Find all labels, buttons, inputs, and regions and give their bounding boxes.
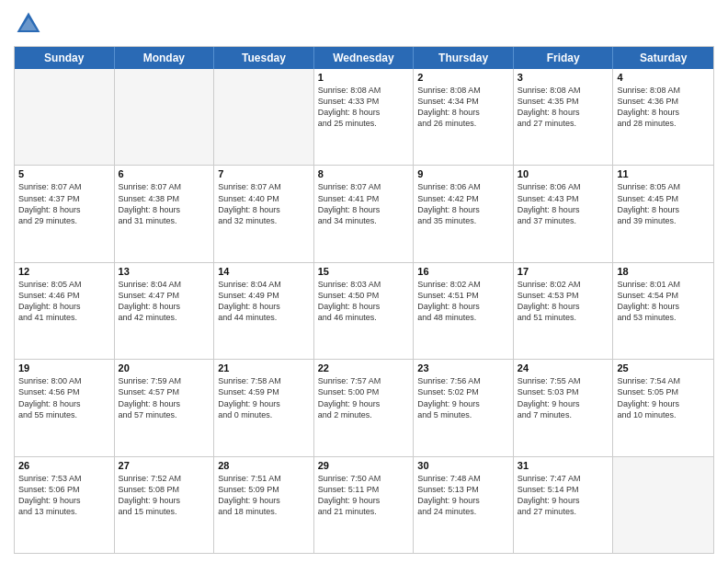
day-cell-29: 29Sunrise: 7:50 AM Sunset: 5:11 PM Dayli… (314, 457, 415, 553)
cell-info: Sunrise: 8:00 AM Sunset: 4:56 PM Dayligh… (18, 375, 110, 420)
day-number: 2 (417, 72, 509, 83)
cell-info: Sunrise: 8:05 AM Sunset: 4:46 PM Dayligh… (18, 279, 110, 324)
calendar: SundayMondayTuesdayWednesdayThursdayFrid… (14, 46, 714, 554)
cell-info: Sunrise: 8:04 AM Sunset: 4:47 PM Dayligh… (119, 279, 210, 324)
cell-info: Sunrise: 7:53 AM Sunset: 5:06 PM Dayligh… (18, 473, 110, 518)
cell-info: Sunrise: 7:47 AM Sunset: 5:14 PM Dayligh… (518, 473, 609, 518)
day-number: 24 (518, 362, 609, 373)
day-cell-15: 15Sunrise: 8:03 AM Sunset: 4:50 PM Dayli… (314, 263, 415, 359)
week-row-1: 1Sunrise: 8:08 AM Sunset: 4:33 PM Daylig… (15, 69, 713, 165)
day-number: 28 (218, 460, 310, 471)
calendar-header: SundayMondayTuesdayWednesdayThursdayFrid… (15, 47, 713, 69)
cell-info: Sunrise: 8:07 AM Sunset: 4:41 PM Dayligh… (318, 181, 410, 226)
logo (14, 9, 47, 39)
day-cell-28: 28Sunrise: 7:51 AM Sunset: 5:09 PM Dayli… (214, 457, 314, 553)
day-cell-24: 24Sunrise: 7:55 AM Sunset: 5:03 PM Dayli… (514, 360, 614, 455)
day-cell-30: 30Sunrise: 7:48 AM Sunset: 5:13 PM Dayli… (414, 457, 514, 553)
empty-cell (613, 457, 713, 553)
cell-info: Sunrise: 8:08 AM Sunset: 4:35 PM Dayligh… (518, 85, 609, 130)
header-day-wednesday: Wednesday (314, 47, 415, 69)
day-number: 27 (119, 460, 210, 471)
header (14, 9, 714, 39)
day-number: 19 (18, 362, 110, 373)
day-number: 9 (417, 168, 509, 179)
cell-info: Sunrise: 8:07 AM Sunset: 4:40 PM Dayligh… (218, 181, 310, 226)
day-cell-23: 23Sunrise: 7:56 AM Sunset: 5:02 PM Dayli… (414, 360, 514, 455)
day-cell-2: 2Sunrise: 8:08 AM Sunset: 4:34 PM Daylig… (414, 69, 514, 165)
header-day-saturday: Saturday (613, 47, 713, 69)
day-number: 15 (318, 266, 410, 277)
day-number: 16 (417, 266, 509, 277)
day-number: 1 (318, 72, 410, 83)
day-cell-10: 10Sunrise: 8:06 AM Sunset: 4:43 PM Dayli… (514, 166, 614, 261)
day-cell-12: 12Sunrise: 8:05 AM Sunset: 4:46 PM Dayli… (15, 263, 115, 359)
header-day-monday: Monday (115, 47, 215, 69)
empty-cell (15, 69, 115, 165)
cell-info: Sunrise: 8:08 AM Sunset: 4:36 PM Dayligh… (617, 85, 710, 130)
day-number: 25 (617, 362, 710, 373)
day-number: 13 (119, 266, 210, 277)
cell-info: Sunrise: 8:02 AM Sunset: 4:53 PM Dayligh… (518, 279, 609, 324)
day-number: 30 (417, 460, 509, 471)
day-number: 26 (18, 460, 110, 471)
day-cell-11: 11Sunrise: 8:05 AM Sunset: 4:45 PM Dayli… (613, 166, 713, 261)
cell-info: Sunrise: 7:57 AM Sunset: 5:00 PM Dayligh… (318, 375, 410, 420)
header-day-tuesday: Tuesday (214, 47, 314, 69)
cell-info: Sunrise: 8:08 AM Sunset: 4:34 PM Dayligh… (417, 85, 509, 130)
day-number: 11 (617, 168, 710, 179)
day-number: 23 (417, 362, 509, 373)
header-day-thursday: Thursday (414, 47, 514, 69)
day-cell-9: 9Sunrise: 8:06 AM Sunset: 4:42 PM Daylig… (414, 166, 514, 261)
week-row-3: 12Sunrise: 8:05 AM Sunset: 4:46 PM Dayli… (15, 262, 713, 359)
cell-info: Sunrise: 8:03 AM Sunset: 4:50 PM Dayligh… (318, 279, 410, 324)
day-number: 17 (518, 266, 609, 277)
day-cell-16: 16Sunrise: 8:02 AM Sunset: 4:51 PM Dayli… (414, 263, 514, 359)
day-number: 5 (18, 168, 110, 179)
day-cell-17: 17Sunrise: 8:02 AM Sunset: 4:53 PM Dayli… (514, 263, 614, 359)
header-day-friday: Friday (514, 47, 614, 69)
day-cell-22: 22Sunrise: 7:57 AM Sunset: 5:00 PM Dayli… (314, 360, 415, 455)
day-number: 8 (318, 168, 410, 179)
cell-info: Sunrise: 7:56 AM Sunset: 5:02 PM Dayligh… (417, 375, 509, 420)
day-cell-4: 4Sunrise: 8:08 AM Sunset: 4:36 PM Daylig… (613, 69, 713, 165)
day-cell-21: 21Sunrise: 7:58 AM Sunset: 4:59 PM Dayli… (214, 360, 314, 455)
day-cell-5: 5Sunrise: 8:07 AM Sunset: 4:37 PM Daylig… (15, 166, 115, 261)
week-row-4: 19Sunrise: 8:00 AM Sunset: 4:56 PM Dayli… (15, 359, 713, 455)
day-cell-25: 25Sunrise: 7:54 AM Sunset: 5:05 PM Dayli… (613, 360, 713, 455)
cell-info: Sunrise: 7:48 AM Sunset: 5:13 PM Dayligh… (417, 473, 509, 518)
day-number: 14 (218, 266, 310, 277)
day-number: 31 (518, 460, 609, 471)
day-number: 10 (518, 168, 609, 179)
day-cell-13: 13Sunrise: 8:04 AM Sunset: 4:47 PM Dayli… (115, 263, 215, 359)
day-cell-14: 14Sunrise: 8:04 AM Sunset: 4:49 PM Dayli… (214, 263, 314, 359)
calendar-body: 1Sunrise: 8:08 AM Sunset: 4:33 PM Daylig… (15, 69, 713, 553)
cell-info: Sunrise: 7:51 AM Sunset: 5:09 PM Dayligh… (218, 473, 310, 518)
day-cell-18: 18Sunrise: 8:01 AM Sunset: 4:54 PM Dayli… (613, 263, 713, 359)
cell-info: Sunrise: 7:50 AM Sunset: 5:11 PM Dayligh… (318, 473, 410, 518)
cell-info: Sunrise: 7:55 AM Sunset: 5:03 PM Dayligh… (518, 375, 609, 420)
day-number: 12 (18, 266, 110, 277)
day-cell-6: 6Sunrise: 8:07 AM Sunset: 4:38 PM Daylig… (115, 166, 215, 261)
day-number: 4 (617, 72, 710, 83)
cell-info: Sunrise: 8:07 AM Sunset: 4:37 PM Dayligh… (18, 181, 110, 226)
cell-info: Sunrise: 7:58 AM Sunset: 4:59 PM Dayligh… (218, 375, 310, 420)
day-number: 18 (617, 266, 710, 277)
day-number: 3 (518, 72, 609, 83)
day-cell-26: 26Sunrise: 7:53 AM Sunset: 5:06 PM Dayli… (15, 457, 115, 553)
cell-info: Sunrise: 7:52 AM Sunset: 5:08 PM Dayligh… (119, 473, 210, 518)
day-cell-1: 1Sunrise: 8:08 AM Sunset: 4:33 PM Daylig… (314, 69, 415, 165)
cell-info: Sunrise: 7:59 AM Sunset: 4:57 PM Dayligh… (119, 375, 210, 420)
day-number: 7 (218, 168, 310, 179)
cell-info: Sunrise: 8:06 AM Sunset: 4:42 PM Dayligh… (417, 181, 509, 226)
day-number: 20 (119, 362, 210, 373)
week-row-2: 5Sunrise: 8:07 AM Sunset: 4:37 PM Daylig… (15, 165, 713, 261)
day-cell-19: 19Sunrise: 8:00 AM Sunset: 4:56 PM Dayli… (15, 360, 115, 455)
cell-info: Sunrise: 8:05 AM Sunset: 4:45 PM Dayligh… (617, 181, 710, 226)
empty-cell (115, 69, 215, 165)
day-number: 29 (318, 460, 410, 471)
day-cell-31: 31Sunrise: 7:47 AM Sunset: 5:14 PM Dayli… (514, 457, 614, 553)
day-cell-8: 8Sunrise: 8:07 AM Sunset: 4:41 PM Daylig… (314, 166, 415, 261)
empty-cell (214, 69, 314, 165)
page: SundayMondayTuesdayWednesdayThursdayFrid… (0, 0, 728, 563)
cell-info: Sunrise: 8:04 AM Sunset: 4:49 PM Dayligh… (218, 279, 310, 324)
